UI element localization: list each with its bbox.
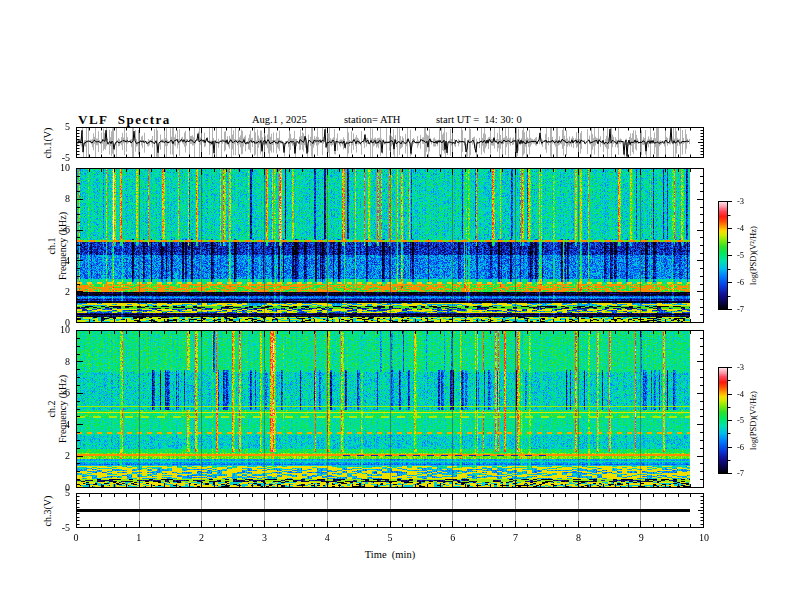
x-tick-label: 9 <box>626 532 656 543</box>
x-tick-label: 5 <box>375 532 405 543</box>
x-tick-label: 0 <box>61 532 91 543</box>
ch2-spectrogram-ylabel: ch.2 Frequency (kHz) <box>46 354 68 464</box>
figure-title: VLF Spectra <box>78 112 171 128</box>
ch3-wave-ylabel: ch.3(V) <box>42 476 54 546</box>
colorbar2-tick-label: -7 <box>737 468 744 478</box>
x-axis-label: Time (min) <box>330 549 450 560</box>
colorbar2-tick-label: -6 <box>737 442 744 452</box>
spec2-ytick-label: 10 <box>40 324 70 335</box>
spec1-ytick-label: 0 <box>40 317 70 328</box>
colorbar1-tick-label: -5 <box>737 250 744 260</box>
header-date: Aug.1 , 2025 <box>252 114 307 125</box>
colorbar1-label: log(PSD)(V²/Hz) <box>748 211 759 301</box>
colorbar1-tick-label: -4 <box>737 223 744 233</box>
ch1-spectrogram-ylabel-line1: ch.1 <box>46 237 57 254</box>
x-tick-label: 1 <box>124 532 154 543</box>
colorbar1-tick-label: -7 <box>737 304 744 314</box>
ch1-wave-ylabel: ch.1(V) <box>42 108 54 178</box>
ch1-waveform-panel <box>76 127 704 158</box>
header-station: station= ATH <box>344 114 400 125</box>
ch1-spectrogram-ylabel: ch.1 Frequency (kHz) <box>46 191 68 301</box>
vlf-spectra-figure: VLF Spectra Aug.1 , 2025 station= ATH st… <box>0 0 792 612</box>
x-tick-label: 6 <box>438 532 468 543</box>
ch2-spectrogram-ylabel-line2: Frequency (kHz) <box>57 375 68 443</box>
colorbar1-tick-label: -3 <box>737 196 744 206</box>
colorbar2-tick-label: -3 <box>737 362 744 372</box>
x-tick-label: 10 <box>689 532 719 543</box>
ch3-waveform-panel <box>76 493 704 528</box>
x-tick-label: 7 <box>501 532 531 543</box>
colorbar2-tick-label: -4 <box>737 389 744 399</box>
colorbar2-tick-label: -5 <box>737 415 744 425</box>
x-tick-label: 2 <box>187 532 217 543</box>
ch1-spectrogram-panel <box>76 168 704 323</box>
colorbar1-gradient <box>718 201 734 310</box>
x-tick-label: 3 <box>249 532 279 543</box>
colorbar2-label: log(PSD)(V²/Hz) <box>748 376 759 466</box>
x-tick-label: 4 <box>312 532 342 543</box>
ch1-spectrogram-ylabel-line2: Frequency (kHz) <box>57 211 68 279</box>
ch2-spectrogram-panel <box>76 330 704 488</box>
x-tick-label: 8 <box>563 532 593 543</box>
ch2-spectrogram-ylabel-line1: ch.2 <box>46 401 57 418</box>
colorbar2-gradient <box>718 367 734 474</box>
header-start-ut: start UT = 14: 30: 0 <box>436 114 522 125</box>
colorbar1-tick-label: -6 <box>737 277 744 287</box>
